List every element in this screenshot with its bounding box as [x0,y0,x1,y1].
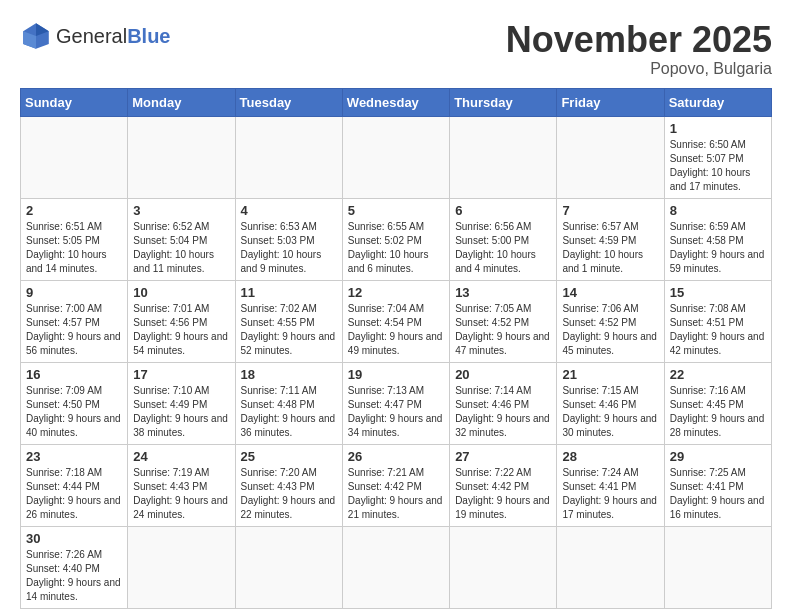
table-row: 1 Sunrise: 6:50 AMSunset: 5:07 PMDayligh… [21,116,772,198]
day-30: 30 Sunrise: 7:26 AMSunset: 4:40 PMDaylig… [21,526,128,608]
header-tuesday: Tuesday [235,88,342,116]
header-wednesday: Wednesday [342,88,449,116]
day-14: 14 Sunrise: 7:06 AMSunset: 4:52 PMDaylig… [557,280,664,362]
empty-cell [128,116,235,198]
empty-cell [21,116,128,198]
day-18: 18 Sunrise: 7:11 AMSunset: 4:48 PMDaylig… [235,362,342,444]
day-27: 27 Sunrise: 7:22 AMSunset: 4:42 PMDaylig… [450,444,557,526]
empty-cell [342,526,449,608]
day-4: 4 Sunrise: 6:53 AMSunset: 5:03 PMDayligh… [235,198,342,280]
header-monday: Monday [128,88,235,116]
day-9: 9 Sunrise: 7:00 AMSunset: 4:57 PMDayligh… [21,280,128,362]
calendar-table: Sunday Monday Tuesday Wednesday Thursday… [20,88,772,609]
empty-cell [664,526,771,608]
table-row: 2 Sunrise: 6:51 AMSunset: 5:05 PMDayligh… [21,198,772,280]
table-row: 30 Sunrise: 7:26 AMSunset: 4:40 PMDaylig… [21,526,772,608]
day-16: 16 Sunrise: 7:09 AMSunset: 4:50 PMDaylig… [21,362,128,444]
header-saturday: Saturday [664,88,771,116]
day-15: 15 Sunrise: 7:08 AMSunset: 4:51 PMDaylig… [664,280,771,362]
day-5: 5 Sunrise: 6:55 AMSunset: 5:02 PMDayligh… [342,198,449,280]
day-25: 25 Sunrise: 7:20 AMSunset: 4:43 PMDaylig… [235,444,342,526]
day-8: 8 Sunrise: 6:59 AMSunset: 4:58 PMDayligh… [664,198,771,280]
day-2: 2 Sunrise: 6:51 AMSunset: 5:05 PMDayligh… [21,198,128,280]
day-20: 20 Sunrise: 7:14 AMSunset: 4:46 PMDaylig… [450,362,557,444]
day-1: 1 Sunrise: 6:50 AMSunset: 5:07 PMDayligh… [664,116,771,198]
day-19: 19 Sunrise: 7:13 AMSunset: 4:47 PMDaylig… [342,362,449,444]
weekday-header-row: Sunday Monday Tuesday Wednesday Thursday… [21,88,772,116]
empty-cell [235,116,342,198]
day-22: 22 Sunrise: 7:16 AMSunset: 4:45 PMDaylig… [664,362,771,444]
title-block: November 2025 Popovo, Bulgaria [506,20,772,78]
day-29: 29 Sunrise: 7:25 AMSunset: 4:41 PMDaylig… [664,444,771,526]
logo-text: GeneralBlue [56,25,171,47]
day-21: 21 Sunrise: 7:15 AMSunset: 4:46 PMDaylig… [557,362,664,444]
day-12: 12 Sunrise: 7:04 AMSunset: 4:54 PMDaylig… [342,280,449,362]
day-26: 26 Sunrise: 7:21 AMSunset: 4:42 PMDaylig… [342,444,449,526]
empty-cell [128,526,235,608]
day-11: 11 Sunrise: 7:02 AMSunset: 4:55 PMDaylig… [235,280,342,362]
day-10: 10 Sunrise: 7:01 AMSunset: 4:56 PMDaylig… [128,280,235,362]
logo-icon [20,20,52,52]
empty-cell [342,116,449,198]
logo: GeneralBlue [20,20,171,52]
empty-cell [557,116,664,198]
table-row: 16 Sunrise: 7:09 AMSunset: 4:50 PMDaylig… [21,362,772,444]
day-24: 24 Sunrise: 7:19 AMSunset: 4:43 PMDaylig… [128,444,235,526]
empty-cell [450,116,557,198]
table-row: 9 Sunrise: 7:00 AMSunset: 4:57 PMDayligh… [21,280,772,362]
day-3: 3 Sunrise: 6:52 AMSunset: 5:04 PMDayligh… [128,198,235,280]
table-row: 23 Sunrise: 7:18 AMSunset: 4:44 PMDaylig… [21,444,772,526]
day-7: 7 Sunrise: 6:57 AMSunset: 4:59 PMDayligh… [557,198,664,280]
empty-cell [450,526,557,608]
day-13: 13 Sunrise: 7:05 AMSunset: 4:52 PMDaylig… [450,280,557,362]
month-title: November 2025 [506,20,772,60]
header-sunday: Sunday [21,88,128,116]
page-header: GeneralBlue November 2025 Popovo, Bulgar… [20,20,772,78]
empty-cell [557,526,664,608]
day-23: 23 Sunrise: 7:18 AMSunset: 4:44 PMDaylig… [21,444,128,526]
empty-cell [235,526,342,608]
location: Popovo, Bulgaria [506,60,772,78]
header-thursday: Thursday [450,88,557,116]
day-28: 28 Sunrise: 7:24 AMSunset: 4:41 PMDaylig… [557,444,664,526]
header-friday: Friday [557,88,664,116]
day-6: 6 Sunrise: 6:56 AMSunset: 5:00 PMDayligh… [450,198,557,280]
day-17: 17 Sunrise: 7:10 AMSunset: 4:49 PMDaylig… [128,362,235,444]
